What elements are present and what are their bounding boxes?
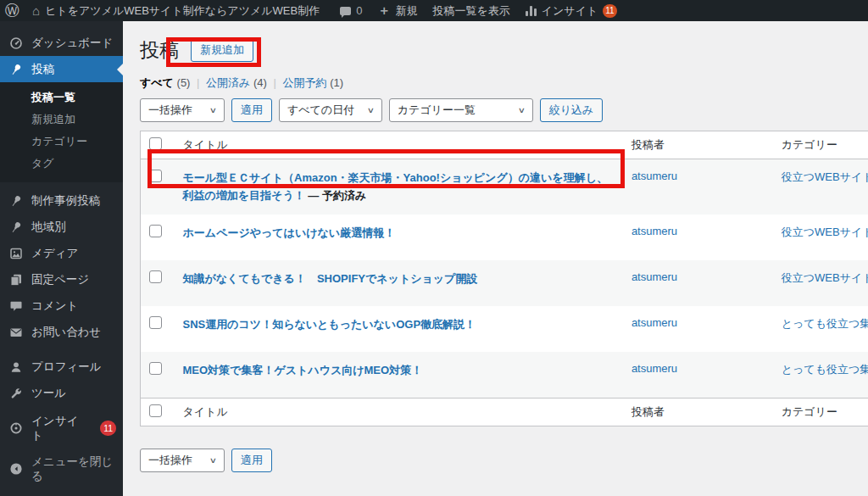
posts-submenu: 投稿一覧 新規追加 カテゴリー タグ: [0, 82, 123, 182]
post-title-link[interactable]: MEO対策で集客！ゲストハウス向けMEO対策！: [182, 364, 422, 376]
submenu-label: 新規追加: [31, 113, 75, 125]
row-checkbox[interactable]: [149, 316, 162, 329]
filter-published-link[interactable]: 公開済み: [206, 76, 250, 89]
bulk-action-value: 一括操作: [148, 103, 192, 118]
row-checkbox[interactable]: [149, 270, 162, 283]
row-checkbox[interactable]: [149, 225, 162, 237]
sidebar-item-regional[interactable]: 地域別: [0, 214, 123, 240]
category-link[interactable]: とっても役立つ集客知識: [782, 363, 868, 376]
insights-adminbar-link[interactable]: インサイト 11: [518, 0, 625, 21]
chevron-down-icon: ∨: [209, 456, 217, 465]
author-link[interactable]: atsumeru: [632, 225, 677, 237]
sidebar-item-posts[interactable]: 投稿: [0, 56, 123, 82]
table-row: SNS運用のコツ！知らないともったいないOGP徹底解説！ atsumeru とっ…: [141, 306, 868, 352]
media-icon: [8, 247, 24, 260]
sidebar-item-contact[interactable]: お問い合わせ: [0, 319, 123, 345]
apply-button[interactable]: 適用: [231, 98, 272, 122]
post-title-link[interactable]: モール型ＥＣサイト（Amazon・楽天市場・Yahoo!ショッピング）の違いを理…: [182, 171, 607, 202]
filter-count: (1): [330, 76, 343, 89]
filter-separator: |: [274, 76, 276, 89]
sidebar-item-label: 地域別: [31, 220, 66, 234]
author-link[interactable]: atsumeru: [632, 316, 677, 329]
submenu-item-tags[interactable]: タグ: [0, 153, 123, 175]
column-header-category: カテゴリー: [773, 131, 868, 159]
column-header-title[interactable]: タイトル: [174, 131, 622, 159]
filter-button[interactable]: 絞り込み: [540, 98, 604, 122]
add-new-button[interactable]: 新規追加: [191, 38, 253, 62]
filter-label: 公開予約: [283, 76, 327, 89]
category-link[interactable]: 役立つWEBサイト構築: [782, 271, 868, 284]
filter-scheduled-link[interactable]: 公開予約: [283, 76, 327, 89]
insights-label: インサイト: [542, 3, 598, 19]
author-link[interactable]: atsumeru: [632, 270, 677, 283]
comments-link[interactable]: 0: [332, 0, 370, 21]
comments-icon: [8, 299, 24, 313]
sidebar-item-label: ダッシュボード: [31, 36, 113, 50]
wp-logo-menu[interactable]: Ⓦ: [0, 0, 25, 21]
author-link[interactable]: atsumeru: [632, 362, 677, 375]
pages-icon: [8, 273, 24, 287]
insights-adminbar-badge: 11: [603, 4, 616, 18]
site-name-link[interactable]: ⌂ ヒトをアツメルWEBサイト制作ならアツメルWEB制作: [25, 0, 327, 21]
new-content-link[interactable]: ＋ 新規: [370, 0, 425, 21]
comment-bubble-icon: [340, 7, 351, 15]
sidebar-item-media[interactable]: メディア: [0, 240, 123, 266]
sidebar-item-case-studies[interactable]: 制作事例投稿: [0, 187, 123, 214]
sidebar-item-insights[interactable]: インサイト 11: [0, 408, 123, 449]
author-link[interactable]: atsumeru: [632, 170, 677, 182]
select-all-checkbox[interactable]: [149, 137, 162, 150]
sidebar-item-label: ツール: [31, 386, 66, 400]
bar-chart-icon: [526, 6, 537, 16]
filter-all-link[interactable]: すべて: [140, 76, 174, 89]
submenu-item-categories[interactable]: カテゴリー: [0, 131, 123, 153]
column-footer-category: カテゴリー: [773, 398, 868, 426]
sidebar-item-collapse-menu[interactable]: メニューを閉じる: [0, 449, 123, 489]
sidebar-item-label: インサイト: [31, 414, 89, 443]
bulk-action-select[interactable]: 一括操作 ∨: [140, 98, 225, 122]
new-label: 新規: [395, 3, 417, 19]
table-row: モール型ＥＣサイト（Amazon・楽天市場・Yahoo!ショッピング）の違いを理…: [141, 159, 868, 215]
post-status-suffix: — 予約済み: [305, 189, 367, 202]
row-checkbox[interactable]: [149, 362, 162, 375]
submenu-label: タグ: [31, 157, 54, 170]
select-all-checkbox[interactable]: [149, 404, 162, 417]
filter-label: 公開済み: [206, 76, 250, 89]
bulk-action-select-bottom[interactable]: 一括操作 ∨: [140, 449, 225, 472]
column-footer-title[interactable]: タイトル: [174, 398, 622, 426]
post-title-link[interactable]: ホームページやってはいけない厳選情報！: [182, 226, 395, 239]
table-footer-row: タイトル 投稿者 カテゴリー: [141, 398, 868, 426]
table-row: MEO対策で集客！ゲストハウス向けMEO対策！ atsumeru とっても役立つ…: [141, 352, 868, 398]
apply-button-bottom[interactable]: 適用: [231, 449, 272, 472]
sidebar-item-comments[interactable]: コメント: [0, 293, 123, 319]
row-checkbox[interactable]: [149, 170, 162, 182]
plus-icon: ＋: [377, 3, 390, 19]
sidebar-item-label: コメント: [31, 298, 78, 313]
category-link[interactable]: とっても役立つ集客知識: [782, 317, 868, 330]
submenu-item-add-new[interactable]: 新規追加: [0, 109, 123, 131]
sidebar-item-profile[interactable]: プロフィール: [0, 354, 123, 380]
category-link[interactable]: 役立つWEBサイト構築: [782, 170, 868, 183]
bulk-action-value: 一括操作: [148, 453, 192, 468]
sidebar-item-label: プロフィール: [31, 359, 102, 374]
wrench-icon: [8, 387, 24, 400]
sidebar-item-tools[interactable]: ツール: [0, 380, 123, 406]
category-filter-select[interactable]: カテゴリー一覧 ∨: [389, 98, 533, 122]
column-footer-author: 投稿者: [623, 398, 773, 426]
admin-bar: Ⓦ ⌂ ヒトをアツメルWEBサイト制作ならアツメルWEB制作 0 ＋ 新規 投稿…: [0, 0, 868, 21]
mail-icon: [8, 326, 24, 339]
wordpress-logo-icon: Ⓦ: [5, 1, 19, 20]
sidebar-item-dashboard[interactable]: ダッシュボード: [0, 30, 123, 56]
admin-sidebar: ダッシュボード 投稿 投稿一覧 新規追加 カテゴリー タグ 制作事例投稿 地域別…: [0, 21, 123, 496]
pin-icon: [8, 194, 24, 208]
category-link[interactable]: 役立つWEBサイト構築: [782, 226, 868, 238]
user-icon: [8, 360, 24, 374]
date-filter-select[interactable]: すべての日付 ∨: [279, 98, 382, 122]
sidebar-item-pages[interactable]: 固定ページ: [0, 266, 123, 293]
post-title-link[interactable]: SNS運用のコツ！知らないともったいないOGP徹底解説！: [182, 318, 476, 331]
post-title-link[interactable]: 知識がなくてもできる！ SHOPIFYでネットショップ開設: [182, 272, 477, 285]
submenu-item-all-posts[interactable]: 投稿一覧: [0, 86, 123, 109]
insights-sidebar-badge: 11: [100, 421, 116, 436]
filter-count: (5): [177, 76, 191, 89]
table-header-row: タイトル 投稿者 カテゴリー: [141, 131, 868, 159]
view-posts-link[interactable]: 投稿一覧を表示: [425, 0, 517, 21]
